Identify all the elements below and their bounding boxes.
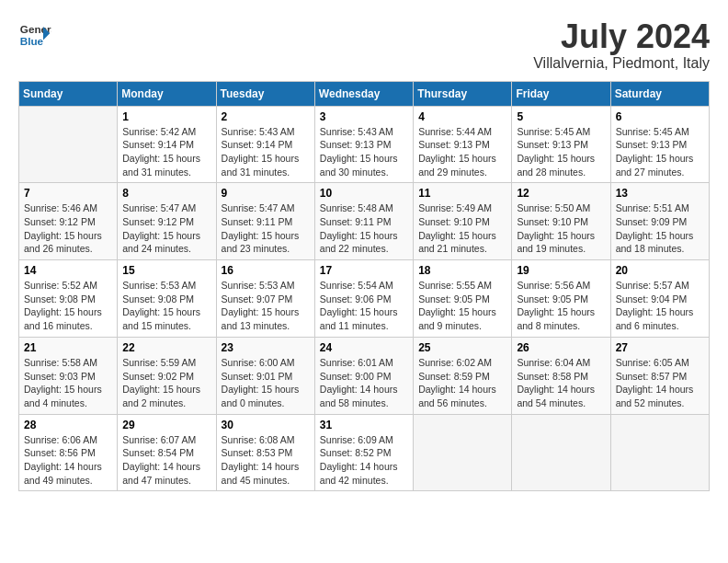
calendar-cell: 26Sunrise: 6:04 AMSunset: 8:58 PMDayligh… bbox=[512, 337, 610, 414]
day-number: 9 bbox=[222, 187, 310, 200]
calendar-table: Sunday Monday Tuesday Wednesday Thursday… bbox=[18, 81, 710, 492]
day-number: 30 bbox=[222, 419, 310, 431]
logo-icon: General Blue bbox=[18, 18, 51, 52]
header-sunday: Sunday bbox=[19, 81, 118, 106]
day-number: 8 bbox=[122, 187, 210, 200]
day-number: 19 bbox=[517, 264, 605, 277]
day-number: 27 bbox=[616, 341, 704, 354]
calendar-cell: 2Sunrise: 5:43 AMSunset: 9:14 PMDaylight… bbox=[216, 106, 314, 183]
calendar-cell: 22Sunrise: 5:59 AMSunset: 9:02 PMDayligh… bbox=[118, 337, 216, 414]
calendar-week-row: 1Sunrise: 5:42 AMSunset: 9:14 PMDaylight… bbox=[19, 106, 710, 183]
day-number: 20 bbox=[616, 264, 704, 277]
day-info: Sunrise: 5:42 AMSunset: 9:14 PMDaylight:… bbox=[122, 125, 210, 179]
calendar-cell: 13Sunrise: 5:51 AMSunset: 9:09 PMDayligh… bbox=[610, 183, 709, 260]
logo: General Blue bbox=[18, 18, 51, 52]
day-info: Sunrise: 5:53 AMSunset: 9:07 PMDaylight:… bbox=[222, 279, 310, 333]
day-number: 10 bbox=[320, 187, 408, 200]
day-number: 3 bbox=[320, 110, 408, 123]
weekday-header-row: Sunday Monday Tuesday Wednesday Thursday… bbox=[19, 81, 710, 106]
day-info: Sunrise: 5:47 AMSunset: 9:12 PMDaylight:… bbox=[122, 201, 210, 256]
day-info: Sunrise: 5:50 AMSunset: 9:10 PMDaylight:… bbox=[517, 201, 605, 256]
calendar-cell: 23Sunrise: 6:00 AMSunset: 9:01 PMDayligh… bbox=[216, 337, 314, 414]
calendar-cell: 10Sunrise: 5:48 AMSunset: 9:11 PMDayligh… bbox=[314, 183, 413, 260]
calendar-cell: 9Sunrise: 5:47 AMSunset: 9:11 PMDaylight… bbox=[216, 183, 314, 260]
day-info: Sunrise: 5:48 AMSunset: 9:11 PMDaylight:… bbox=[320, 201, 408, 256]
day-info: Sunrise: 5:56 AMSunset: 9:05 PMDaylight:… bbox=[517, 279, 605, 333]
calendar-week-row: 28Sunrise: 6:06 AMSunset: 8:56 PMDayligh… bbox=[19, 414, 710, 491]
calendar-cell: 27Sunrise: 6:05 AMSunset: 8:57 PMDayligh… bbox=[610, 337, 709, 414]
day-info: Sunrise: 6:07 AMSunset: 8:54 PMDaylight:… bbox=[122, 433, 210, 488]
calendar-cell: 21Sunrise: 5:58 AMSunset: 9:03 PMDayligh… bbox=[19, 337, 118, 414]
calendar-cell: 28Sunrise: 6:06 AMSunset: 8:56 PMDayligh… bbox=[19, 414, 118, 491]
day-number: 17 bbox=[320, 264, 408, 277]
day-number: 14 bbox=[24, 264, 112, 277]
calendar-week-row: 14Sunrise: 5:52 AMSunset: 9:08 PMDayligh… bbox=[19, 260, 710, 338]
day-info: Sunrise: 5:58 AMSunset: 9:03 PMDaylight:… bbox=[24, 356, 112, 410]
calendar-cell: 29Sunrise: 6:07 AMSunset: 8:54 PMDayligh… bbox=[118, 414, 216, 491]
day-number: 5 bbox=[517, 110, 605, 123]
day-info: Sunrise: 5:49 AMSunset: 9:10 PMDaylight:… bbox=[418, 201, 506, 256]
calendar-cell bbox=[414, 414, 512, 491]
day-info: Sunrise: 6:00 AMSunset: 9:01 PMDaylight:… bbox=[222, 356, 310, 410]
day-info: Sunrise: 5:51 AMSunset: 9:09 PMDaylight:… bbox=[616, 201, 704, 256]
day-info: Sunrise: 6:02 AMSunset: 8:59 PMDaylight:… bbox=[418, 356, 506, 410]
day-info: Sunrise: 5:55 AMSunset: 9:05 PMDaylight:… bbox=[418, 279, 506, 333]
day-info: Sunrise: 5:43 AMSunset: 9:13 PMDaylight:… bbox=[320, 125, 408, 179]
calendar-cell: 24Sunrise: 6:01 AMSunset: 9:00 PMDayligh… bbox=[314, 337, 413, 414]
day-number: 11 bbox=[418, 187, 506, 200]
header-monday: Monday bbox=[118, 81, 216, 106]
page-header: General Blue July 2024 Villalvernia, Pie… bbox=[18, 18, 710, 72]
day-number: 24 bbox=[320, 341, 408, 354]
day-info: Sunrise: 5:53 AMSunset: 9:08 PMDaylight:… bbox=[122, 279, 210, 333]
header-saturday: Saturday bbox=[610, 81, 709, 106]
calendar-cell bbox=[512, 414, 610, 491]
day-number: 4 bbox=[418, 110, 506, 123]
calendar-title: July 2024 bbox=[533, 18, 710, 55]
day-info: Sunrise: 6:08 AMSunset: 8:53 PMDaylight:… bbox=[222, 433, 310, 488]
calendar-cell: 1Sunrise: 5:42 AMSunset: 9:14 PMDaylight… bbox=[118, 106, 216, 183]
day-number: 7 bbox=[24, 187, 112, 200]
calendar-cell: 8Sunrise: 5:47 AMSunset: 9:12 PMDaylight… bbox=[118, 183, 216, 260]
day-number: 15 bbox=[122, 264, 210, 277]
calendar-cell: 4Sunrise: 5:44 AMSunset: 9:13 PMDaylight… bbox=[414, 106, 512, 183]
calendar-week-row: 7Sunrise: 5:46 AMSunset: 9:12 PMDaylight… bbox=[19, 183, 710, 260]
day-info: Sunrise: 5:54 AMSunset: 9:06 PMDaylight:… bbox=[320, 279, 408, 333]
day-number: 23 bbox=[222, 341, 310, 354]
calendar-cell: 20Sunrise: 5:57 AMSunset: 9:04 PMDayligh… bbox=[610, 260, 709, 338]
day-number: 6 bbox=[616, 110, 704, 123]
calendar-cell: 12Sunrise: 5:50 AMSunset: 9:10 PMDayligh… bbox=[512, 183, 610, 260]
day-info: Sunrise: 5:57 AMSunset: 9:04 PMDaylight:… bbox=[616, 279, 704, 333]
day-number: 2 bbox=[222, 110, 310, 123]
day-info: Sunrise: 5:59 AMSunset: 9:02 PMDaylight:… bbox=[122, 356, 210, 410]
header-wednesday: Wednesday bbox=[314, 81, 413, 106]
day-info: Sunrise: 5:46 AMSunset: 9:12 PMDaylight:… bbox=[24, 201, 112, 256]
calendar-cell: 30Sunrise: 6:08 AMSunset: 8:53 PMDayligh… bbox=[216, 414, 314, 491]
header-thursday: Thursday bbox=[414, 81, 512, 106]
day-number: 22 bbox=[122, 341, 210, 354]
calendar-cell: 6Sunrise: 5:45 AMSunset: 9:13 PMDaylight… bbox=[610, 106, 709, 183]
day-info: Sunrise: 5:52 AMSunset: 9:08 PMDaylight:… bbox=[24, 279, 112, 333]
day-number: 16 bbox=[222, 264, 310, 277]
day-number: 26 bbox=[517, 341, 605, 354]
day-number: 31 bbox=[320, 419, 408, 431]
day-number: 28 bbox=[24, 419, 112, 431]
calendar-cell: 19Sunrise: 5:56 AMSunset: 9:05 PMDayligh… bbox=[512, 260, 610, 338]
calendar-cell: 3Sunrise: 5:43 AMSunset: 9:13 PMDaylight… bbox=[314, 106, 413, 183]
day-info: Sunrise: 5:45 AMSunset: 9:13 PMDaylight:… bbox=[616, 125, 704, 179]
day-info: Sunrise: 5:45 AMSunset: 9:13 PMDaylight:… bbox=[517, 125, 605, 179]
calendar-cell: 16Sunrise: 5:53 AMSunset: 9:07 PMDayligh… bbox=[216, 260, 314, 338]
calendar-week-row: 21Sunrise: 5:58 AMSunset: 9:03 PMDayligh… bbox=[19, 337, 710, 414]
day-number: 13 bbox=[616, 187, 704, 200]
calendar-cell: 11Sunrise: 5:49 AMSunset: 9:10 PMDayligh… bbox=[414, 183, 512, 260]
day-info: Sunrise: 6:09 AMSunset: 8:52 PMDaylight:… bbox=[320, 433, 408, 488]
calendar-cell bbox=[610, 414, 709, 491]
calendar-cell: 7Sunrise: 5:46 AMSunset: 9:12 PMDaylight… bbox=[19, 183, 118, 260]
header-friday: Friday bbox=[512, 81, 610, 106]
calendar-cell: 5Sunrise: 5:45 AMSunset: 9:13 PMDaylight… bbox=[512, 106, 610, 183]
calendar-cell bbox=[19, 106, 118, 183]
day-info: Sunrise: 6:05 AMSunset: 8:57 PMDaylight:… bbox=[616, 356, 704, 410]
calendar-cell: 15Sunrise: 5:53 AMSunset: 9:08 PMDayligh… bbox=[118, 260, 216, 338]
calendar-cell: 14Sunrise: 5:52 AMSunset: 9:08 PMDayligh… bbox=[19, 260, 118, 338]
calendar-cell: 17Sunrise: 5:54 AMSunset: 9:06 PMDayligh… bbox=[314, 260, 413, 338]
day-info: Sunrise: 5:44 AMSunset: 9:13 PMDaylight:… bbox=[418, 125, 506, 179]
